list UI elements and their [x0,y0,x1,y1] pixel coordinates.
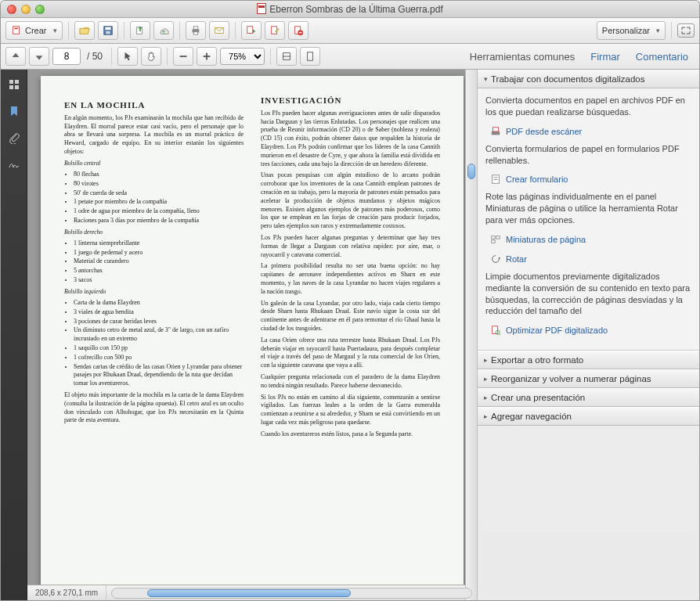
signature-icon [8,158,20,171]
page-number-input[interactable] [52,48,81,65]
folder-open-icon [79,25,90,36]
page-down-button[interactable] [29,47,49,66]
svg-rect-28 [492,236,495,239]
document-scroll[interactable]: EN LA MOCHILA En algún momento, los PJs … [27,70,477,585]
cloud-up-icon [158,25,169,36]
tools-panel: Trabajar con documentos digitalizados Co… [477,70,699,600]
thumbnails-small-icon [490,234,501,245]
customize-button[interactable]: Personalizar [597,21,666,40]
save-button[interactable] [98,21,118,40]
print-icon [190,25,201,36]
scrollbar-thumb[interactable] [467,164,475,179]
page-total: / 50 [87,51,103,62]
svg-rect-21 [9,85,13,89]
action-optimize-scanned[interactable]: Optimizar PDF digitalizado [485,322,691,342]
rotate-icon [490,254,501,265]
email-icon [214,25,225,36]
sign-link[interactable]: Firmar [584,48,626,66]
bookmarks-tab[interactable] [5,103,23,120]
titlebar: Eberron Sombras de la Última Guerra.pdf [1,1,699,18]
comment-link[interactable]: Comentario [630,48,695,66]
page-dimensions: 208,6 x 270,1 mm [27,585,106,600]
page-up-button[interactable] [5,47,26,66]
cursor-icon [122,51,133,62]
svg-rect-10 [247,27,252,34]
print-button[interactable] [186,21,206,40]
svg-rect-20 [15,80,19,84]
section-export[interactable]: Exportar a otro formato [478,351,699,369]
pdf-convert-icon [246,25,257,36]
fullscreen-icon [681,27,691,34]
list-izquierdo: Carta de la dama Elaydren3 viales de agu… [74,299,244,388]
section-presentation[interactable]: Crear una presentación [478,388,699,407]
heading-investigacion: INVESTIGACIÓN [261,95,440,106]
export-button[interactable] [130,21,150,40]
vertical-scrollbar[interactable] [465,70,477,600]
horizontal-scrollbar[interactable] [111,588,472,599]
svg-rect-27 [493,179,497,180]
hand-tool-button[interactable] [141,47,161,66]
create-button[interactable]: Crear [5,21,63,40]
signatures-tab[interactable] [5,156,23,173]
nav-toolbar: / 50 75% Herramientas comunes Firmar Com… [1,44,699,70]
status-bar: 208,6 x 270,1 mm [27,585,477,600]
fit-width-button[interactable] [276,47,297,66]
select-tool-button[interactable] [117,47,138,66]
list-derecho: 1 linterna siemprebrillante1 juego de pe… [74,239,244,285]
svg-rect-3 [105,27,110,31]
fit-page-button[interactable] [300,47,320,66]
arrow-up-icon [10,51,21,62]
attachments-tab[interactable] [5,129,23,146]
section-scanned-body: Convierta documentos en papel en archivo… [478,88,699,351]
email-button[interactable] [209,21,229,40]
scanner-icon [490,126,501,137]
create-icon [11,25,22,36]
svg-rect-16 [206,53,207,60]
zoom-out-button[interactable] [173,47,193,66]
svg-rect-22 [15,85,19,89]
delete-pdf-button[interactable] [288,21,309,40]
bookmark-icon [8,105,20,117]
svg-rect-7 [193,27,197,30]
paperclip-icon [8,131,20,144]
zoom-select[interactable]: 75% [220,48,265,65]
svg-rect-29 [496,236,500,239]
convert-to-pdf-button[interactable] [241,21,262,40]
pdf-file-icon [257,3,266,14]
action-pdf-from-scanner[interactable]: PDF desde escáner [485,124,691,143]
edit-icon [269,25,280,36]
svg-rect-19 [9,80,13,84]
document-area: EN LA MOCHILA En algún momento, los PJs … [27,70,477,600]
svg-rect-14 [180,56,187,57]
thumbnails-icon [8,78,20,91]
common-tools-link[interactable]: Herramientas comunes [464,48,581,66]
hand-icon [146,51,157,62]
svg-rect-26 [493,178,497,178]
open-button[interactable] [74,21,95,40]
heading-mochila: EN LA MOCHILA [64,99,244,111]
svg-rect-4 [106,31,110,34]
zoom-window[interactable] [35,5,45,14]
minus-icon [178,51,189,62]
share-button[interactable] [153,21,174,40]
list-central: 80 flechas80 virotes50' de cuerda de sed… [74,171,244,225]
section-reorganize[interactable]: Reorganizar y volver a numerar páginas [478,369,699,388]
fit-page-icon [305,51,316,62]
edit-pdf-button[interactable] [265,21,285,40]
close-window[interactable] [7,5,16,14]
minimize-window[interactable] [21,5,31,14]
fullscreen-button[interactable] [677,23,695,38]
action-rotate[interactable]: Rotar [485,251,691,271]
action-page-thumbnails[interactable]: Miniaturas de página [485,232,691,251]
arrow-down-icon [34,51,45,62]
section-scanned-docs[interactable]: Trabajar con documentos digitalizados [478,70,699,88]
section-navigation[interactable]: Agregar navegación [478,407,699,426]
zoom-in-button[interactable] [197,47,217,66]
window-title: Eberron Sombras de la Última Guerra.pdf [1,3,699,15]
svg-rect-18 [308,52,313,61]
action-create-form[interactable]: Crear formulario [485,171,691,191]
hscroll-thumb[interactable] [147,589,351,597]
thumbnails-tab[interactable] [5,76,23,93]
plus-icon [201,51,212,62]
form-icon [490,174,501,185]
